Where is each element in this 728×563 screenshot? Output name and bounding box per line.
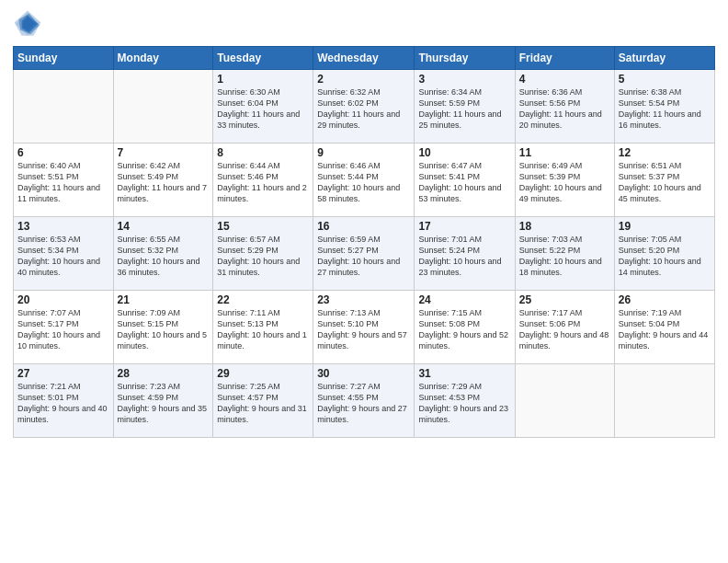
day-number: 27 [17,367,109,380]
day-info: Sunrise: 6:42 AM Sunset: 5:49 PM Dayligh… [118,160,210,205]
day-info: Sunrise: 7:23 AM Sunset: 4:59 PM Dayligh… [118,381,210,426]
day-info: Sunrise: 7:17 AM Sunset: 5:06 PM Dayligh… [519,307,610,352]
header [13,9,715,39]
day-info: Sunrise: 7:25 AM Sunset: 4:57 PM Dayligh… [217,381,309,426]
calendar-cell: 2Sunrise: 6:32 AM Sunset: 6:02 PM Daylig… [313,70,415,144]
page: SundayMondayTuesdayWednesdayThursdayFrid… [0,0,728,563]
calendar-cell: 7Sunrise: 6:42 AM Sunset: 5:49 PM Daylig… [113,144,213,217]
calendar-cell: 14Sunrise: 6:55 AM Sunset: 5:32 PM Dayli… [113,217,213,291]
calendar-cell: 21Sunrise: 7:09 AM Sunset: 5:15 PM Dayli… [113,291,213,364]
calendar-cell: 28Sunrise: 7:23 AM Sunset: 4:59 PM Dayli… [113,364,213,438]
weekday-header-saturday: Saturday [614,47,714,70]
weekday-header-sunday: Sunday [14,47,114,70]
day-number: 2 [317,73,410,86]
calendar-cell: 4Sunrise: 6:36 AM Sunset: 5:56 PM Daylig… [515,70,614,144]
day-info: Sunrise: 7:13 AM Sunset: 5:10 PM Dayligh… [317,307,410,352]
day-number: 29 [217,367,309,380]
day-info: Sunrise: 6:36 AM Sunset: 5:56 PM Dayligh… [519,86,610,132]
calendar-cell: 17Sunrise: 7:01 AM Sunset: 5:24 PM Dayli… [415,217,515,291]
day-number: 13 [17,220,109,233]
day-number: 1 [217,73,309,86]
calendar-cell: 26Sunrise: 7:19 AM Sunset: 5:04 PM Dayli… [614,291,714,364]
day-info: Sunrise: 6:38 AM Sunset: 5:54 PM Dayligh… [619,86,711,132]
weekday-header-row: SundayMondayTuesdayWednesdayThursdayFrid… [14,47,715,70]
weekday-header-wednesday: Wednesday [313,47,415,70]
day-number: 22 [217,293,309,306]
day-number: 26 [619,293,711,306]
calendar-cell: 8Sunrise: 6:44 AM Sunset: 5:46 PM Daylig… [213,144,313,217]
day-number: 14 [118,220,210,233]
calendar-cell: 24Sunrise: 7:15 AM Sunset: 5:08 PM Dayli… [415,291,515,364]
logo [13,9,48,39]
day-number: 6 [17,146,109,159]
day-number: 9 [317,146,410,159]
calendar-cell: 5Sunrise: 6:38 AM Sunset: 5:54 PM Daylig… [614,70,714,144]
calendar-cell [515,364,614,438]
day-info: Sunrise: 6:44 AM Sunset: 5:46 PM Dayligh… [217,160,309,205]
weekday-header-tuesday: Tuesday [213,47,313,70]
calendar-cell: 1Sunrise: 6:30 AM Sunset: 6:04 PM Daylig… [213,70,313,144]
day-info: Sunrise: 6:51 AM Sunset: 5:37 PM Dayligh… [619,160,711,205]
calendar-cell: 27Sunrise: 7:21 AM Sunset: 5:01 PM Dayli… [14,364,114,438]
day-info: Sunrise: 6:55 AM Sunset: 5:32 PM Dayligh… [118,234,210,279]
day-number: 19 [619,220,711,233]
calendar-cell: 25Sunrise: 7:17 AM Sunset: 5:06 PM Dayli… [515,291,614,364]
day-info: Sunrise: 7:15 AM Sunset: 5:08 PM Dayligh… [418,307,510,352]
day-number: 21 [118,293,210,306]
calendar-week-4: 20Sunrise: 7:07 AM Sunset: 5:17 PM Dayli… [14,291,715,364]
day-number: 10 [418,146,510,159]
weekday-header-thursday: Thursday [415,47,515,70]
day-number: 12 [619,146,711,159]
calendar-cell: 18Sunrise: 7:03 AM Sunset: 5:22 PM Dayli… [515,217,614,291]
calendar-cell: 22Sunrise: 7:11 AM Sunset: 5:13 PM Dayli… [213,291,313,364]
day-info: Sunrise: 7:19 AM Sunset: 5:04 PM Dayligh… [619,307,711,352]
calendar-cell: 11Sunrise: 6:49 AM Sunset: 5:39 PM Dayli… [515,144,614,217]
calendar-cell: 23Sunrise: 7:13 AM Sunset: 5:10 PM Dayli… [313,291,415,364]
calendar-cell: 12Sunrise: 6:51 AM Sunset: 5:37 PM Dayli… [614,144,714,217]
calendar-cell: 3Sunrise: 6:34 AM Sunset: 5:59 PM Daylig… [415,70,515,144]
day-number: 17 [418,220,510,233]
day-number: 20 [17,293,109,306]
day-info: Sunrise: 7:27 AM Sunset: 4:55 PM Dayligh… [317,381,410,426]
day-number: 3 [418,73,510,86]
day-info: Sunrise: 7:21 AM Sunset: 5:01 PM Dayligh… [17,381,109,426]
calendar-cell: 19Sunrise: 7:05 AM Sunset: 5:20 PM Dayli… [614,217,714,291]
day-number: 15 [217,220,309,233]
day-number: 5 [619,73,711,86]
day-info: Sunrise: 6:30 AM Sunset: 6:04 PM Dayligh… [217,86,309,132]
day-number: 4 [519,73,610,86]
day-number: 28 [118,367,210,380]
day-info: Sunrise: 6:47 AM Sunset: 5:41 PM Dayligh… [418,160,510,205]
day-info: Sunrise: 6:53 AM Sunset: 5:34 PM Dayligh… [17,234,109,279]
day-info: Sunrise: 7:05 AM Sunset: 5:20 PM Dayligh… [619,234,711,279]
calendar-cell [614,364,714,438]
calendar-cell: 13Sunrise: 6:53 AM Sunset: 5:34 PM Dayli… [14,217,114,291]
calendar-cell: 15Sunrise: 6:57 AM Sunset: 5:29 PM Dayli… [213,217,313,291]
calendar-cell: 6Sunrise: 6:40 AM Sunset: 5:51 PM Daylig… [14,144,114,217]
calendar-cell [14,70,114,144]
day-info: Sunrise: 7:09 AM Sunset: 5:15 PM Dayligh… [118,307,210,352]
calendar-cell: 16Sunrise: 6:59 AM Sunset: 5:27 PM Dayli… [313,217,415,291]
day-info: Sunrise: 6:32 AM Sunset: 6:02 PM Dayligh… [317,86,410,132]
day-number: 7 [118,146,210,159]
day-info: Sunrise: 6:46 AM Sunset: 5:44 PM Dayligh… [317,160,410,205]
logo-icon [13,9,42,39]
day-info: Sunrise: 7:07 AM Sunset: 5:17 PM Dayligh… [17,307,109,352]
day-number: 31 [418,367,510,380]
calendar-week-1: 1Sunrise: 6:30 AM Sunset: 6:04 PM Daylig… [14,70,715,144]
calendar-cell: 29Sunrise: 7:25 AM Sunset: 4:57 PM Dayli… [213,364,313,438]
day-info: Sunrise: 7:11 AM Sunset: 5:13 PM Dayligh… [217,307,309,352]
day-number: 24 [418,293,510,306]
calendar-table: SundayMondayTuesdayWednesdayThursdayFrid… [13,46,715,438]
calendar-cell [113,70,213,144]
day-number: 8 [217,146,309,159]
day-info: Sunrise: 7:29 AM Sunset: 4:53 PM Dayligh… [418,381,510,426]
day-info: Sunrise: 6:59 AM Sunset: 5:27 PM Dayligh… [317,234,410,279]
day-info: Sunrise: 6:34 AM Sunset: 5:59 PM Dayligh… [418,86,510,132]
calendar-week-2: 6Sunrise: 6:40 AM Sunset: 5:51 PM Daylig… [14,144,715,217]
day-info: Sunrise: 7:03 AM Sunset: 5:22 PM Dayligh… [519,234,610,279]
day-info: Sunrise: 6:40 AM Sunset: 5:51 PM Dayligh… [17,160,109,205]
day-info: Sunrise: 7:01 AM Sunset: 5:24 PM Dayligh… [418,234,510,279]
calendar-cell: 20Sunrise: 7:07 AM Sunset: 5:17 PM Dayli… [14,291,114,364]
day-number: 23 [317,293,410,306]
